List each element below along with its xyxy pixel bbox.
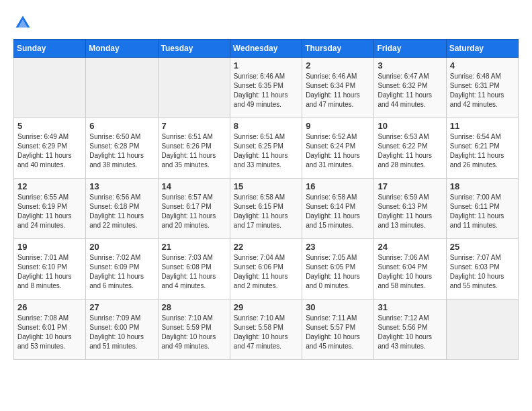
day-number: 22 bbox=[234, 242, 298, 252]
day-of-week-header: Tuesday bbox=[158, 40, 230, 58]
calendar-cell: 19Sunrise: 7:01 AM Sunset: 6:10 PM Dayli… bbox=[14, 239, 86, 300]
day-number: 24 bbox=[378, 242, 442, 252]
calendar-cell: 26Sunrise: 7:08 AM Sunset: 6:01 PM Dayli… bbox=[14, 300, 86, 360]
day-info: Sunrise: 6:46 AM Sunset: 6:35 PM Dayligh… bbox=[234, 72, 298, 109]
calendar-cell: 30Sunrise: 7:11 AM Sunset: 5:57 PM Dayli… bbox=[302, 300, 374, 360]
day-number: 31 bbox=[378, 302, 442, 312]
calendar-cell: 24Sunrise: 7:06 AM Sunset: 6:04 PM Dayli… bbox=[374, 239, 446, 300]
day-number: 18 bbox=[450, 181, 515, 191]
calendar-cell: 23Sunrise: 7:05 AM Sunset: 6:05 PM Dayli… bbox=[302, 239, 374, 300]
day-number: 20 bbox=[89, 242, 154, 252]
page-header bbox=[13, 13, 519, 32]
day-number: 25 bbox=[450, 242, 515, 252]
day-number: 1 bbox=[234, 60, 298, 71]
logo bbox=[13, 13, 36, 32]
calendar-cell: 11Sunrise: 6:54 AM Sunset: 6:21 PM Dayli… bbox=[446, 118, 518, 179]
day-number: 19 bbox=[17, 242, 82, 252]
calendar-cell: 28Sunrise: 7:10 AM Sunset: 5:59 PM Dayli… bbox=[158, 300, 230, 360]
day-info: Sunrise: 7:10 AM Sunset: 5:59 PM Dayligh… bbox=[162, 314, 226, 351]
day-info: Sunrise: 7:01 AM Sunset: 6:10 PM Dayligh… bbox=[17, 253, 82, 291]
day-info: Sunrise: 6:50 AM Sunset: 6:28 PM Dayligh… bbox=[89, 132, 154, 170]
day-number: 30 bbox=[306, 302, 370, 312]
day-number: 26 bbox=[17, 302, 82, 312]
calendar-cell: 8Sunrise: 6:51 AM Sunset: 6:25 PM Daylig… bbox=[230, 118, 302, 179]
day-number: 14 bbox=[162, 181, 226, 191]
calendar-cell: 29Sunrise: 7:10 AM Sunset: 5:58 PM Dayli… bbox=[230, 300, 302, 360]
day-number: 23 bbox=[306, 242, 370, 252]
day-info: Sunrise: 7:07 AM Sunset: 6:03 PM Dayligh… bbox=[450, 253, 515, 291]
day-info: Sunrise: 6:57 AM Sunset: 6:17 PM Dayligh… bbox=[162, 193, 226, 230]
calendar-cell: 31Sunrise: 7:12 AM Sunset: 5:56 PM Dayli… bbox=[374, 300, 446, 360]
day-info: Sunrise: 7:08 AM Sunset: 6:01 PM Dayligh… bbox=[17, 314, 82, 351]
day-of-week-header: Thursday bbox=[302, 40, 374, 58]
calendar-cell: 20Sunrise: 7:02 AM Sunset: 6:09 PM Dayli… bbox=[86, 239, 158, 300]
calendar-cell: 5Sunrise: 6:49 AM Sunset: 6:29 PM Daylig… bbox=[14, 118, 86, 179]
day-info: Sunrise: 6:51 AM Sunset: 6:26 PM Dayligh… bbox=[162, 132, 226, 170]
calendar-cell: 16Sunrise: 6:58 AM Sunset: 6:14 PM Dayli… bbox=[302, 179, 374, 239]
day-info: Sunrise: 6:51 AM Sunset: 6:25 PM Dayligh… bbox=[234, 132, 298, 170]
calendar-cell: 17Sunrise: 6:59 AM Sunset: 6:13 PM Dayli… bbox=[374, 179, 446, 239]
day-number: 27 bbox=[89, 302, 154, 312]
day-number: 9 bbox=[306, 121, 370, 131]
day-info: Sunrise: 6:53 AM Sunset: 6:22 PM Dayligh… bbox=[378, 132, 442, 170]
calendar-cell: 25Sunrise: 7:07 AM Sunset: 6:03 PM Dayli… bbox=[446, 239, 518, 300]
calendar-cell bbox=[86, 58, 158, 118]
day-number: 16 bbox=[306, 181, 370, 191]
calendar-cell: 1Sunrise: 6:46 AM Sunset: 6:35 PM Daylig… bbox=[230, 58, 302, 118]
calendar-cell: 12Sunrise: 6:55 AM Sunset: 6:19 PM Dayli… bbox=[14, 179, 86, 239]
calendar-cell: 7Sunrise: 6:51 AM Sunset: 6:26 PM Daylig… bbox=[158, 118, 230, 179]
day-number: 4 bbox=[450, 60, 515, 71]
day-info: Sunrise: 7:03 AM Sunset: 6:08 PM Dayligh… bbox=[162, 253, 226, 291]
calendar-cell: 18Sunrise: 7:00 AM Sunset: 6:11 PM Dayli… bbox=[446, 179, 518, 239]
calendar-header-row: SundayMondayTuesdayWednesdayThursdayFrid… bbox=[14, 40, 519, 58]
day-number: 6 bbox=[89, 121, 154, 131]
day-info: Sunrise: 6:46 AM Sunset: 6:34 PM Dayligh… bbox=[306, 72, 370, 109]
calendar-cell bbox=[14, 58, 86, 118]
day-number: 7 bbox=[162, 121, 226, 131]
calendar-cell: 4Sunrise: 6:48 AM Sunset: 6:31 PM Daylig… bbox=[446, 58, 518, 118]
day-of-week-header: Monday bbox=[86, 40, 158, 58]
day-info: Sunrise: 7:05 AM Sunset: 6:05 PM Dayligh… bbox=[306, 253, 370, 291]
calendar-cell: 3Sunrise: 6:47 AM Sunset: 6:32 PM Daylig… bbox=[374, 58, 446, 118]
day-info: Sunrise: 7:06 AM Sunset: 6:04 PM Dayligh… bbox=[378, 253, 442, 291]
day-info: Sunrise: 7:10 AM Sunset: 5:58 PM Dayligh… bbox=[234, 314, 298, 351]
calendar-cell: 2Sunrise: 6:46 AM Sunset: 6:34 PM Daylig… bbox=[302, 58, 374, 118]
calendar-week-row: 12Sunrise: 6:55 AM Sunset: 6:19 PM Dayli… bbox=[14, 179, 519, 239]
calendar-cell: 21Sunrise: 7:03 AM Sunset: 6:08 PM Dayli… bbox=[158, 239, 230, 300]
calendar-cell: 27Sunrise: 7:09 AM Sunset: 6:00 PM Dayli… bbox=[86, 300, 158, 360]
day-of-week-header: Saturday bbox=[446, 40, 518, 58]
day-number: 11 bbox=[450, 121, 515, 131]
day-info: Sunrise: 6:49 AM Sunset: 6:29 PM Dayligh… bbox=[17, 132, 82, 170]
day-info: Sunrise: 7:02 AM Sunset: 6:09 PM Dayligh… bbox=[89, 253, 154, 291]
calendar-week-row: 1Sunrise: 6:46 AM Sunset: 6:35 PM Daylig… bbox=[14, 58, 519, 118]
day-info: Sunrise: 6:55 AM Sunset: 6:19 PM Dayligh… bbox=[17, 193, 82, 230]
day-info: Sunrise: 6:54 AM Sunset: 6:21 PM Dayligh… bbox=[450, 132, 515, 170]
day-of-week-header: Wednesday bbox=[230, 40, 302, 58]
day-number: 21 bbox=[162, 242, 226, 252]
calendar-cell: 13Sunrise: 6:56 AM Sunset: 6:18 PM Dayli… bbox=[86, 179, 158, 239]
day-number: 5 bbox=[17, 121, 82, 131]
day-info: Sunrise: 6:47 AM Sunset: 6:32 PM Dayligh… bbox=[378, 72, 442, 109]
day-info: Sunrise: 6:52 AM Sunset: 6:24 PM Dayligh… bbox=[306, 132, 370, 170]
calendar-cell: 22Sunrise: 7:04 AM Sunset: 6:06 PM Dayli… bbox=[230, 239, 302, 300]
calendar-cell: 6Sunrise: 6:50 AM Sunset: 6:28 PM Daylig… bbox=[86, 118, 158, 179]
calendar-cell bbox=[158, 58, 230, 118]
day-number: 2 bbox=[306, 60, 370, 71]
day-of-week-header: Friday bbox=[374, 40, 446, 58]
calendar-cell: 10Sunrise: 6:53 AM Sunset: 6:22 PM Dayli… bbox=[374, 118, 446, 179]
calendar-cell: 14Sunrise: 6:57 AM Sunset: 6:17 PM Dayli… bbox=[158, 179, 230, 239]
day-info: Sunrise: 7:11 AM Sunset: 5:57 PM Dayligh… bbox=[306, 314, 370, 351]
day-info: Sunrise: 7:04 AM Sunset: 6:06 PM Dayligh… bbox=[234, 253, 298, 291]
day-number: 12 bbox=[17, 181, 82, 191]
day-info: Sunrise: 7:12 AM Sunset: 5:56 PM Dayligh… bbox=[378, 314, 442, 351]
day-number: 8 bbox=[234, 121, 298, 131]
day-info: Sunrise: 6:56 AM Sunset: 6:18 PM Dayligh… bbox=[89, 193, 154, 230]
day-info: Sunrise: 6:58 AM Sunset: 6:14 PM Dayligh… bbox=[306, 193, 370, 230]
day-info: Sunrise: 6:48 AM Sunset: 6:31 PM Dayligh… bbox=[450, 72, 515, 109]
day-info: Sunrise: 6:58 AM Sunset: 6:15 PM Dayligh… bbox=[234, 193, 298, 230]
day-number: 17 bbox=[378, 181, 442, 191]
day-info: Sunrise: 7:09 AM Sunset: 6:00 PM Dayligh… bbox=[89, 314, 154, 351]
calendar-table: SundayMondayTuesdayWednesdayThursdayFrid… bbox=[13, 39, 519, 360]
day-number: 10 bbox=[378, 121, 442, 131]
calendar-week-row: 26Sunrise: 7:08 AM Sunset: 6:01 PM Dayli… bbox=[14, 300, 519, 360]
